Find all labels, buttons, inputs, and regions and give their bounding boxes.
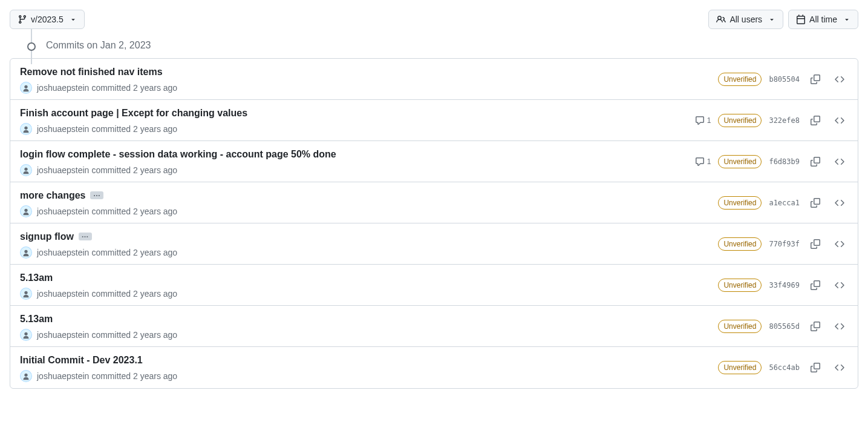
- avatar[interactable]: [20, 205, 32, 217]
- copy-sha-button[interactable]: [807, 153, 824, 170]
- author-link[interactable]: joshuaepstein: [37, 124, 89, 134]
- commit-sha-link[interactable]: 33f4969: [769, 281, 800, 289]
- commit-time: 2 years ago: [133, 248, 177, 257]
- commit-actions: Unverified33f4969: [718, 277, 848, 294]
- users-filter-button[interactable]: All users: [708, 10, 783, 29]
- time-filter-button[interactable]: All time: [788, 10, 858, 29]
- commit-meta: joshuaepstein committed 2 years ago: [20, 246, 718, 259]
- commit-time: 2 years ago: [133, 83, 177, 93]
- commit-meta: joshuaepstein committed 2 years ago: [20, 82, 718, 94]
- copy-sha-button[interactable]: [807, 194, 824, 211]
- comment-icon: [695, 116, 705, 125]
- author-link[interactable]: joshuaepstein: [37, 248, 89, 257]
- commit-actions: 1Unverifiedf6d83b9: [695, 153, 848, 170]
- avatar[interactable]: [20, 329, 32, 341]
- commit-time: 2 years ago: [133, 124, 177, 134]
- commit-item: 5.13amjoshuaepstein committed 2 years ag…: [10, 306, 858, 347]
- commit-actions: Unverified56cc4ab: [718, 359, 848, 376]
- author-link[interactable]: joshuaepstein: [37, 83, 89, 93]
- avatar[interactable]: [20, 370, 32, 382]
- avatar[interactable]: [20, 123, 32, 135]
- avatar[interactable]: [20, 246, 32, 259]
- unverified-badge[interactable]: Unverified: [718, 73, 762, 86]
- commit-title-link[interactable]: 5.13am: [20, 271, 53, 285]
- comment-count-link[interactable]: 1: [695, 157, 711, 167]
- commit-action-text: committed: [91, 289, 131, 299]
- avatar[interactable]: [20, 82, 32, 94]
- copy-sha-button[interactable]: [807, 318, 824, 335]
- commit-sha-link[interactable]: 322efe8: [769, 116, 800, 125]
- code-icon: [835, 116, 844, 125]
- commit-time: 2 years ago: [133, 165, 177, 175]
- comment-count-link[interactable]: 1: [695, 116, 711, 125]
- copy-sha-button[interactable]: [807, 236, 824, 253]
- caret-down-icon: [768, 16, 775, 23]
- commit-action-text: committed: [91, 165, 131, 175]
- copy-icon: [811, 363, 820, 372]
- browse-repo-button[interactable]: [831, 236, 848, 253]
- commit-title-link[interactable]: 5.13am: [20, 312, 53, 326]
- commit-sha-link[interactable]: 56cc4ab: [769, 363, 800, 372]
- commit-meta: joshuaepstein committed 2 years ago: [20, 123, 695, 135]
- commit-title-link[interactable]: Finish account page | Except for changin…: [20, 106, 247, 121]
- author-link[interactable]: joshuaepstein: [37, 289, 89, 299]
- copy-sha-button[interactable]: [807, 359, 824, 376]
- commit-main: Remove not finished nav itemsjoshuaepste…: [20, 65, 718, 94]
- unverified-badge[interactable]: Unverified: [718, 361, 762, 374]
- browse-repo-button[interactable]: [831, 71, 848, 88]
- caret-down-icon: [70, 16, 77, 23]
- commit-meta: joshuaepstein committed 2 years ago: [20, 288, 718, 300]
- browse-repo-button[interactable]: [831, 112, 848, 129]
- commit-sha-link[interactable]: 805565d: [769, 322, 800, 331]
- unverified-badge[interactable]: Unverified: [718, 114, 762, 127]
- copy-sha-button[interactable]: [807, 112, 824, 129]
- commit-action-text: committed: [91, 248, 131, 257]
- unverified-badge[interactable]: Unverified: [718, 155, 762, 168]
- commit-time: 2 years ago: [133, 206, 177, 216]
- commit-meta: joshuaepstein committed 2 years ago: [20, 164, 695, 176]
- unverified-badge[interactable]: Unverified: [718, 320, 762, 333]
- browse-repo-button[interactable]: [831, 277, 848, 294]
- commit-title-link[interactable]: signup flow: [20, 230, 74, 244]
- commit-sha-link[interactable]: f6d83b9: [769, 157, 800, 166]
- commit-sha-link[interactable]: 770f93f: [769, 240, 800, 248]
- copy-sha-button[interactable]: [807, 277, 824, 294]
- commit-actions: Unverifieda1ecca1: [718, 194, 848, 211]
- commit-action-text: committed: [91, 83, 131, 93]
- unverified-badge[interactable]: Unverified: [718, 237, 762, 251]
- commit-item: Initial Commit - Dev 2023.1joshuaepstein…: [10, 347, 858, 388]
- code-icon: [835, 363, 844, 372]
- browse-repo-button[interactable]: [831, 153, 848, 170]
- commit-title-link[interactable]: Remove not finished nav items: [20, 65, 163, 79]
- ellipsis-expand-button[interactable]: …: [79, 233, 92, 240]
- people-icon: [716, 15, 726, 24]
- calendar-icon: [796, 15, 806, 24]
- branch-select-button[interactable]: v/2023.5: [10, 10, 85, 29]
- unverified-badge[interactable]: Unverified: [718, 279, 762, 292]
- commit-title-link[interactable]: more changes: [20, 188, 85, 203]
- author-link[interactable]: joshuaepstein: [37, 330, 89, 340]
- unverified-badge[interactable]: Unverified: [718, 196, 762, 210]
- ellipsis-expand-button[interactable]: …: [90, 191, 103, 199]
- author-link[interactable]: joshuaepstein: [37, 165, 89, 175]
- svg-point-6: [24, 332, 27, 335]
- avatar[interactable]: [20, 164, 32, 176]
- browse-repo-button[interactable]: [831, 194, 848, 211]
- author-link[interactable]: joshuaepstein: [37, 206, 89, 216]
- browse-repo-button[interactable]: [831, 359, 848, 376]
- code-icon: [835, 322, 844, 331]
- code-icon: [835, 157, 844, 167]
- time-filter-label: All time: [809, 13, 837, 25]
- commit-sha-link[interactable]: a1ecca1: [769, 199, 800, 207]
- timeline-line: [31, 50, 32, 64]
- commit-title-link[interactable]: Initial Commit - Dev 2023.1: [20, 353, 143, 368]
- copy-sha-button[interactable]: [807, 71, 824, 88]
- commit-action-text: committed: [91, 124, 131, 134]
- comment-count: 1: [707, 116, 711, 125]
- browse-repo-button[interactable]: [831, 318, 848, 335]
- commit-sha-link[interactable]: b805504: [769, 75, 800, 84]
- avatar[interactable]: [20, 288, 32, 300]
- comment-count: 1: [707, 157, 711, 166]
- author-link[interactable]: joshuaepstein: [37, 371, 89, 381]
- commit-title-link[interactable]: login flow complete - session data worki…: [20, 147, 336, 162]
